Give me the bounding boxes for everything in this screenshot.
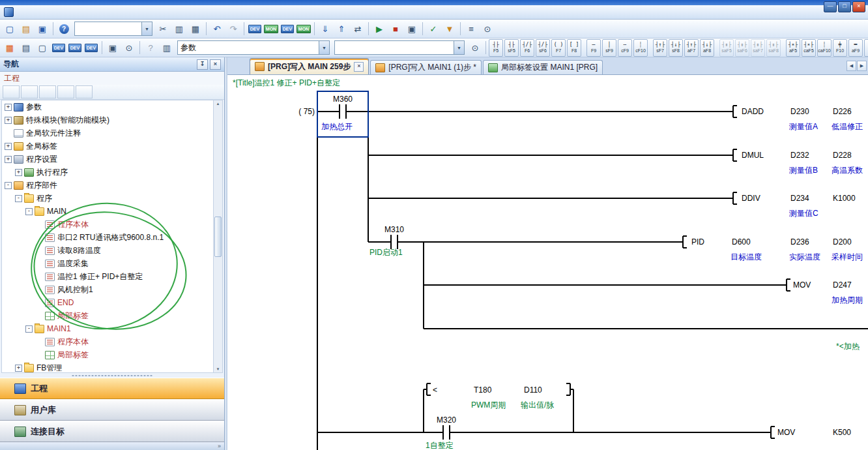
scroll-down-icon[interactable]: ▼ — [216, 367, 220, 371]
user-library-view-button[interactable]: 用户库 — [0, 399, 224, 421]
menu-online[interactable] — [63, 11, 72, 14]
tree-expander-icon[interactable]: - — [5, 182, 12, 189]
tab-scroll-left-icon[interactable]: ◀ — [846, 61, 856, 71]
entry-data-monitor-button[interactable]: MON — [296, 21, 311, 37]
fkey-af8-button[interactable]: ┤↓├aF8 — [700, 39, 714, 57]
tree-item-program-setting[interactable]: + 程序设置 — [2, 153, 214, 166]
tree-expander-icon[interactable]: + — [5, 104, 12, 111]
fkey-f7-button[interactable]: ( )F7 — [551, 39, 566, 57]
menu-help[interactable] — [109, 11, 118, 14]
close-button[interactable]: × — [852, 1, 865, 12]
tree-item-program-folder[interactable]: - 程序 — [2, 192, 214, 205]
device-comment[interactable]: 高温系数 — [832, 166, 863, 175]
operand[interactable]: D236 — [790, 237, 809, 247]
device-batch-button[interactable]: DEV — [83, 40, 99, 55]
new-project-button[interactable]: ▢ — [2, 21, 18, 37]
fkey-af9-button[interactable]: ═aF9 — [848, 39, 863, 57]
operand[interactable]: D230 — [790, 107, 809, 116]
tree-item-global-device-comment[interactable]: 全局软元件注释 — [2, 127, 214, 140]
fkey-caf5-button[interactable]: ┤∗├caF5 — [802, 39, 816, 57]
watch-window-button[interactable]: ▣ — [404, 21, 420, 37]
search-button[interactable]: ⊙ — [467, 40, 483, 55]
stl-button[interactable]: STl — [864, 39, 868, 57]
tab-local-label-setting-main1[interactable]: 局部标签设置 MAIN1 [PRG] — [483, 60, 603, 74]
chevron-down-icon[interactable]: ▼ — [454, 41, 464, 54]
intelligent-module-monitor-button[interactable]: ▣ — [105, 40, 121, 55]
device-comment[interactable]: 测量值A — [788, 122, 818, 131]
project-path-combo[interactable]: ▼ — [74, 22, 152, 36]
device-comment[interactable]: 1自整定 — [426, 441, 454, 450]
menu-tools[interactable] — [91, 11, 100, 14]
device-comment[interactable]: 测量值C — [788, 209, 818, 218]
operand[interactable]: D247 — [833, 280, 852, 290]
restore-button[interactable]: □ — [838, 1, 851, 12]
compare-operator[interactable]: < — [433, 385, 437, 395]
instruction-name[interactable]: PID — [691, 237, 704, 247]
device-comment[interactable]: 采样时间 — [832, 252, 863, 262]
tree-expander-icon[interactable] — [5, 130, 12, 137]
tree-item-main1[interactable]: - MAIN1 — [2, 322, 214, 335]
device-label[interactable]: M360 — [333, 95, 353, 104]
operand[interactable]: K500 — [833, 428, 851, 437]
device-label[interactable]: M310 — [384, 225, 404, 234]
fkey-sf6-button[interactable]: ┤/├sF6 — [536, 39, 550, 57]
tree-item-serial2-rtu[interactable]: 串口2 RTU通讯格式9600.8.n.1 — [2, 231, 214, 244]
undo-button[interactable]: ↶ — [209, 21, 225, 37]
fkey-f6-button[interactable]: ┤/├F6 — [520, 39, 534, 57]
device-comment[interactable]: PWM周期 — [471, 400, 506, 410]
fkey-af5-button[interactable]: ┤∗├aF5 — [786, 39, 800, 57]
operand[interactable]: D200 — [833, 237, 852, 247]
tree-expander-icon[interactable] — [36, 286, 43, 293]
device-comment[interactable]: 测量值B — [788, 166, 818, 175]
instruction-name[interactable]: MOV — [777, 428, 795, 437]
chevron-down-icon[interactable]: ▼ — [319, 41, 329, 54]
fkey-saf6-button[interactable]: ┤⇟├saF6 — [735, 39, 749, 57]
device-display-button[interactable]: DEV — [247, 21, 263, 37]
instruction-name[interactable]: MOV — [793, 280, 811, 290]
tree-expander-icon[interactable]: + — [15, 365, 22, 372]
fkey-cf9-button[interactable]: ╌cF9 — [618, 39, 632, 57]
build-button[interactable]: ▼ — [442, 21, 457, 37]
operand[interactable]: K1000 — [833, 194, 856, 203]
monitor-start-button[interactable]: ▶ — [371, 21, 387, 37]
close-icon[interactable]: × — [210, 59, 221, 70]
tree-item-end[interactable]: END — [2, 296, 214, 309]
comment-display-button[interactable]: ≡ — [463, 21, 479, 37]
fkey-saf8-button[interactable]: ┤⇟├saF8 — [766, 39, 781, 57]
tree-item-main1-local-label[interactable]: 局部标签 — [2, 348, 214, 361]
output-window-button[interactable]: ▢ — [35, 40, 50, 55]
instruction-name[interactable]: DDIV — [742, 194, 760, 203]
device-batch-monitor-button[interactable]: DEV — [280, 21, 295, 37]
tree-display-button[interactable] — [3, 85, 20, 98]
step-number[interactable]: ( 75) — [298, 107, 315, 116]
menu-diagnostics[interactable] — [81, 11, 91, 14]
device-comment[interactable]: 目标温度 — [731, 252, 762, 262]
tree-item-main-local-label[interactable]: 局部标签 — [2, 309, 214, 322]
tree-scrollbar[interactable]: ▲ ▼ — [213, 100, 222, 372]
menu-project[interactable] — [18, 11, 27, 14]
program-check-button[interactable]: ✓ — [426, 21, 441, 37]
fkey-saf5-button[interactable]: ┤⇞├saF5 — [719, 39, 734, 57]
tree-item-global-label[interactable]: + 全局标签 — [2, 140, 214, 153]
device-monitor-button[interactable]: MON — [263, 21, 279, 37]
save-project-button[interactable]: ▣ — [35, 21, 50, 37]
instruction-name[interactable]: DMUL — [742, 151, 764, 160]
tree-expander-icon[interactable] — [36, 352, 43, 359]
sort-button[interactable] — [39, 85, 56, 98]
device-label[interactable]: M320 — [437, 415, 456, 425]
fkey-cf10-button[interactable]: ┊cF10 — [633, 39, 648, 57]
pin-icon[interactable]: ↧ — [197, 59, 208, 70]
tree-expander-icon[interactable]: + — [5, 143, 12, 150]
tree-expander-icon[interactable] — [36, 312, 43, 320]
tab-scroll-right-icon[interactable]: ▶ — [857, 61, 867, 71]
operand[interactable]: D110 — [524, 385, 542, 395]
device-comment[interactable]: PID启动1 — [369, 248, 403, 257]
fkey-af7-button[interactable]: ┤↑├aF7 — [684, 39, 699, 57]
element-selection-button[interactable]: ▤ — [18, 40, 34, 55]
cut-button[interactable]: ✂ — [155, 21, 171, 37]
tree-item-pou[interactable]: - 程序部件 — [2, 179, 214, 192]
tree-expander-icon[interactable] — [36, 234, 43, 241]
fkey-caf10-button[interactable]: ┊caF10 — [817, 39, 832, 57]
device-use-list-button[interactable]: DEV — [51, 40, 66, 55]
tree-expander-icon[interactable]: - — [15, 195, 22, 202]
